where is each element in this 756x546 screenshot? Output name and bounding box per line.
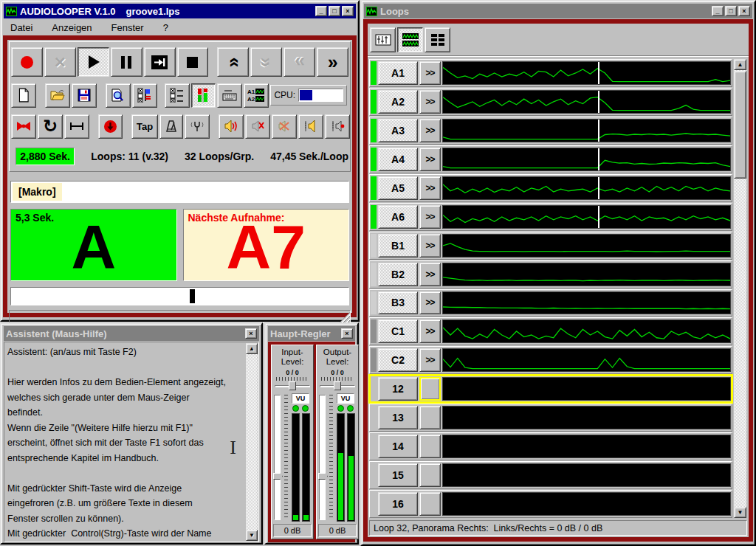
crossfade-button[interactable] (11, 114, 36, 139)
scrollbar-thumb[interactable] (734, 71, 746, 179)
loop-waveform-A1[interactable] (442, 61, 731, 85)
loop-waveform-A6[interactable] (442, 205, 731, 229)
loop-expand-button-C1[interactable]: >> (419, 319, 441, 343)
loop-expand-button-A1[interactable]: >> (419, 61, 441, 85)
next-loop-button[interactable]: » (317, 47, 348, 77)
levels-view-button[interactable] (191, 83, 216, 108)
output-pan-thumb[interactable] (334, 381, 341, 390)
mute-all-button[interactable] (272, 114, 297, 139)
assistant-scrollbar[interactable]: ▲ ▼ (246, 343, 258, 541)
loop-expand-button-B1[interactable]: >> (419, 234, 441, 258)
loop-expand-button-A4[interactable]: >> (419, 148, 441, 171)
play-button[interactable] (78, 47, 109, 77)
loop-waveform-15[interactable] (442, 463, 731, 487)
input-pan-thumb[interactable] (289, 381, 296, 390)
monitor-on-button[interactable] (219, 114, 244, 139)
output-fader-handle[interactable] (318, 473, 328, 480)
loop-waveform-16[interactable] (442, 492, 731, 516)
loop-expand-button-A2[interactable]: >> (419, 90, 441, 114)
loop-expand-button-B3[interactable]: >> (419, 291, 441, 315)
assistant-titlebar[interactable]: Assistent (Maus-Hilfe) × (4, 326, 259, 341)
loop-position-cursor[interactable] (190, 289, 195, 303)
menu-help[interactable]: ? (163, 22, 168, 33)
output-pan-slider[interactable] (320, 381, 355, 390)
dual-track-button[interactable]: A1A2 (244, 83, 269, 108)
loop-waveform-C1[interactable] (442, 319, 731, 343)
loop-expand-button-15[interactable] (419, 463, 441, 487)
loop-waveform-A3[interactable] (442, 119, 731, 142)
loop-waveform-A5[interactable] (442, 176, 731, 200)
loop-expand-button-A5[interactable]: >> (419, 176, 441, 200)
menu-datei[interactable]: Datei (10, 22, 32, 33)
loops-scrollbar[interactable]: ▲ ▼ (734, 59, 746, 518)
main-titlebar[interactable]: AUDIOLOOPER V.1.0 groove1.lps _ □ × (4, 4, 356, 18)
checklist-button[interactable] (165, 83, 190, 108)
loop-waveform-B3[interactable] (442, 291, 731, 315)
open-file-button[interactable] (45, 83, 70, 108)
loops-minimize-button[interactable]: _ (712, 6, 724, 16)
input-pan-slider[interactable] (275, 381, 310, 390)
marker-list-button[interactable] (132, 83, 157, 108)
mute-input-button[interactable] (245, 114, 270, 139)
range-button[interactable] (64, 114, 89, 139)
loops-close-button[interactable]: × (738, 6, 750, 16)
loop-position-bar[interactable] (10, 287, 349, 305)
close-button[interactable]: × (342, 6, 354, 16)
pause-button[interactable] (111, 47, 142, 77)
waveform-view-button[interactable] (397, 27, 423, 52)
menu-anzeigen[interactable]: Anzeigen (52, 22, 92, 33)
menu-fenster[interactable]: Fenster (111, 22, 144, 33)
prev-loop-button[interactable]: » (284, 47, 315, 77)
maximize-button[interactable]: □ (329, 6, 340, 16)
loop-expand-button-B2[interactable]: >> (419, 263, 441, 286)
loop-select-button-A5[interactable]: A5 (378, 176, 418, 200)
tuning-fork-button[interactable] (185, 114, 210, 139)
tap-tempo-button[interactable]: Tap (131, 114, 158, 139)
loop-expand-button-14[interactable] (419, 435, 441, 458)
new-file-button[interactable] (11, 83, 36, 108)
loop-waveform-B2[interactable] (442, 263, 731, 286)
group-down-button[interactable]: » (250, 47, 282, 77)
loop-select-button-16[interactable]: 16 (378, 492, 418, 516)
stop-button[interactable] (177, 47, 209, 77)
pan-mixer-button[interactable] (325, 114, 350, 139)
loop-waveform-A2[interactable] (442, 90, 731, 114)
resize-grip[interactable] (340, 312, 350, 322)
assistant-close-button[interactable]: × (245, 328, 257, 339)
loop-select-button-14[interactable]: 14 (378, 435, 418, 458)
loop-expand-button-C2[interactable]: >> (419, 348, 441, 372)
loop-select-button-13[interactable]: 13 (378, 406, 418, 429)
input-fader[interactable] (273, 393, 283, 522)
loop-mode-button[interactable]: ↻ (38, 114, 63, 139)
assistant-scroll-up[interactable]: ▲ (246, 343, 258, 354)
loop-select-button-A1[interactable]: A1 (378, 61, 418, 85)
loop-waveform-C2[interactable] (442, 348, 731, 372)
loop-select-button-A3[interactable]: A3 (378, 119, 418, 142)
loop-select-button-A4[interactable]: A4 (378, 148, 418, 171)
metronome-button[interactable] (159, 114, 183, 139)
mixer-titlebar[interactable]: Haupt-Regler × (268, 326, 355, 341)
mixer-view-button[interactable] (370, 27, 396, 52)
output-fader[interactable] (318, 393, 328, 522)
loop-expand-button-16[interactable] (419, 492, 441, 516)
loop-expand-button-13[interactable] (419, 406, 441, 429)
loop-waveform-A4[interactable] (442, 148, 731, 171)
loops-titlebar[interactable]: Loops _ □ × (364, 4, 752, 18)
loop-waveform-12[interactable] (442, 377, 731, 401)
skip-to-end-button[interactable] (144, 47, 176, 77)
loop-select-button-15[interactable]: 15 (378, 463, 418, 487)
grid-view-button[interactable] (425, 27, 450, 52)
group-up-button[interactable]: » (217, 47, 249, 77)
loop-select-button-B1[interactable]: B1 (378, 234, 418, 258)
loops-maximize-button[interactable]: □ (725, 6, 737, 16)
scroll-up-button[interactable]: ▲ (734, 59, 746, 70)
save-file-button[interactable] (72, 83, 97, 108)
loop-select-button-C1[interactable]: C1 (378, 319, 418, 343)
loop-select-button-12[interactable]: 12 (378, 377, 418, 401)
punch-in-button[interactable] (98, 114, 123, 139)
volume-mixer-button[interactable] (298, 114, 323, 139)
loop-select-button-B2[interactable]: B2 (378, 263, 418, 286)
loop-waveform-B1[interactable] (442, 234, 731, 258)
assistant-scroll-down[interactable]: ▼ (246, 530, 258, 541)
record-button[interactable] (11, 47, 43, 77)
